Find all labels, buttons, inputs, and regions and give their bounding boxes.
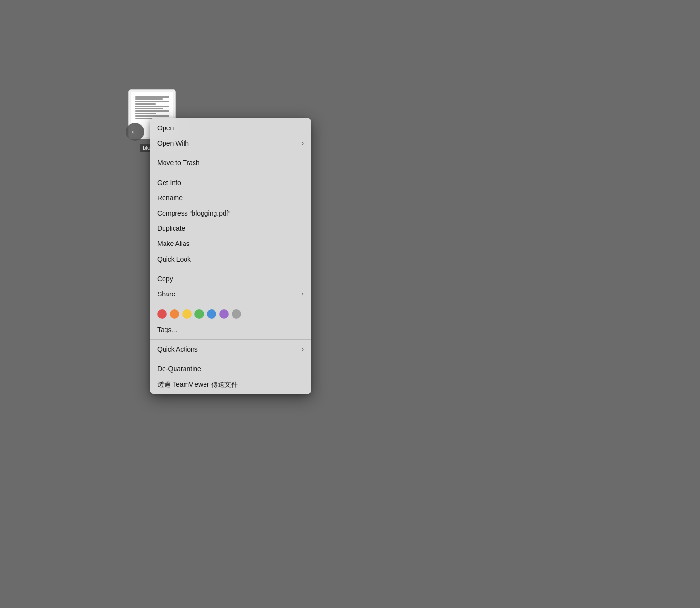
pdf-line bbox=[135, 106, 169, 107]
tag-dot-purple[interactable] bbox=[219, 309, 229, 319]
pdf-line bbox=[135, 115, 169, 117]
menu-item-open-label: Open bbox=[157, 124, 174, 132]
menu-item-de-quarantine-label: De-Quarantine bbox=[157, 364, 201, 373]
menu-item-copy-label: Copy bbox=[157, 275, 173, 283]
pdf-line bbox=[135, 101, 169, 102]
tag-dot-blue[interactable] bbox=[207, 309, 216, 319]
tag-dot-gray[interactable] bbox=[232, 309, 241, 319]
menu-item-get-info[interactable]: Get Info bbox=[150, 175, 311, 190]
menu-item-share-label: Share bbox=[157, 290, 175, 298]
menu-item-open-with-label: Open With bbox=[157, 139, 189, 147]
chevron-right-icon: › bbox=[302, 290, 304, 298]
separator-3 bbox=[150, 269, 311, 269]
chevron-right-icon: › bbox=[302, 345, 304, 353]
pdf-line bbox=[135, 110, 169, 112]
pdf-line bbox=[135, 96, 169, 98]
menu-item-open-with[interactable]: Open With › bbox=[150, 136, 311, 151]
menu-item-duplicate[interactable]: Duplicate bbox=[150, 221, 311, 236]
pdf-line bbox=[135, 113, 156, 114]
menu-item-move-to-trash[interactable]: Move to Trash bbox=[150, 155, 311, 170]
separator-1 bbox=[150, 153, 311, 153]
menu-item-tags-label: Tags… bbox=[157, 325, 178, 334]
menu-item-quick-actions-label: Quick Actions bbox=[157, 345, 198, 353]
tags-row bbox=[150, 306, 311, 322]
menu-item-make-alias[interactable]: Make Alias bbox=[150, 236, 311, 251]
menu-item-share[interactable]: Share › bbox=[150, 286, 311, 302]
separator-5 bbox=[150, 339, 311, 340]
menu-item-compress-label: Compress “blogging.pdf” bbox=[157, 209, 230, 217]
tag-dot-green[interactable] bbox=[194, 309, 204, 319]
chevron-right-icon: › bbox=[302, 139, 304, 147]
menu-item-teamviewer-label: 透過 TeamViewer 傳送文件 bbox=[157, 380, 238, 389]
menu-item-compress[interactable]: Compress “blogging.pdf” bbox=[150, 206, 311, 221]
pdf-line bbox=[135, 103, 156, 105]
menu-item-rename[interactable]: Rename bbox=[150, 190, 311, 206]
separator-6 bbox=[150, 359, 311, 359]
menu-item-duplicate-label: Duplicate bbox=[157, 224, 185, 233]
menu-item-quick-look-label: Quick Look bbox=[157, 255, 191, 264]
menu-item-tags[interactable]: Tags… bbox=[150, 322, 311, 337]
desktop: ← blogg... Open Open With › Move to Tras… bbox=[0, 0, 700, 608]
tag-dot-orange[interactable] bbox=[170, 309, 179, 319]
menu-item-make-alias-label: Make Alias bbox=[157, 239, 190, 248]
menu-item-quick-look[interactable]: Quick Look bbox=[150, 252, 311, 267]
menu-item-rename-label: Rename bbox=[157, 194, 183, 202]
menu-item-de-quarantine[interactable]: De-Quarantine bbox=[150, 361, 311, 376]
menu-item-teamviewer[interactable]: 透過 TeamViewer 傳送文件 bbox=[150, 377, 311, 392]
menu-item-move-to-trash-label: Move to Trash bbox=[157, 158, 200, 167]
pdf-line bbox=[135, 108, 163, 109]
separator-2 bbox=[150, 173, 311, 173]
menu-item-copy[interactable]: Copy bbox=[150, 271, 311, 286]
tag-dot-red[interactable] bbox=[157, 309, 167, 319]
menu-item-quick-actions[interactable]: Quick Actions › bbox=[150, 342, 311, 357]
tag-dot-yellow[interactable] bbox=[182, 309, 192, 319]
menu-item-get-info-label: Get Info bbox=[157, 178, 181, 187]
pdf-line bbox=[135, 98, 163, 100]
context-menu: Open Open With › Move to Trash Get Info … bbox=[150, 118, 311, 394]
separator-4 bbox=[150, 304, 311, 304]
file-badge-icon: ← bbox=[126, 123, 144, 141]
menu-item-open[interactable]: Open bbox=[150, 120, 311, 136]
